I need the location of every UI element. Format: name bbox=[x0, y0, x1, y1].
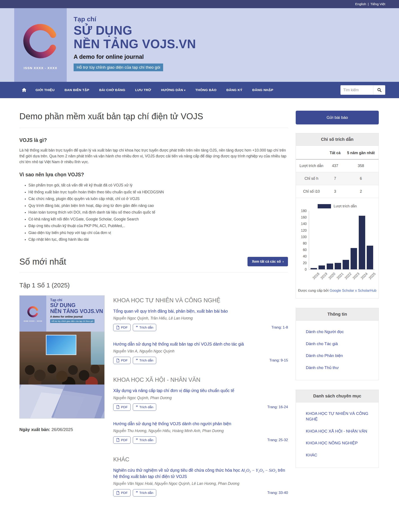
chart-bar bbox=[351, 248, 357, 269]
article-title-link[interactable]: Hướng dẫn sử dụng hệ thống xuất bản tạp … bbox=[113, 341, 288, 347]
legend-label: Lượt trích dẫn bbox=[334, 204, 357, 209]
cite-button[interactable]: ” Trích dẫn bbox=[133, 324, 156, 331]
quote-icon: ” bbox=[136, 406, 138, 408]
cover-photo-window bbox=[91, 332, 104, 365]
cite-label: Trích dẫn bbox=[139, 405, 153, 409]
journal-title-line1: SỬ DỤNG bbox=[74, 24, 196, 37]
lang-vietnamese-link[interactable]: Tiếng Việt bbox=[370, 2, 385, 6]
home-icon bbox=[22, 87, 27, 93]
pdf-label: PDF bbox=[121, 491, 128, 495]
pdf-button[interactable]: PDF bbox=[113, 357, 131, 364]
issn-label: ISSN XXXX - XXXX bbox=[24, 66, 57, 70]
latest-issue-heading: Số mới nhất bbox=[19, 257, 66, 266]
pdf-button[interactable]: PDF bbox=[113, 404, 131, 411]
sidebar-link-authors[interactable]: Dành cho Tác giả bbox=[296, 338, 379, 350]
chart-source-caption: Được cung cấp bởi Google Scholar x Schol… bbox=[296, 286, 379, 298]
quote-icon: ” bbox=[136, 439, 138, 441]
chevron-down-icon: ▾ bbox=[184, 89, 185, 92]
category-link-social-science[interactable]: KHOA HỌC XÃ HỘI - NHÂN VĂN bbox=[296, 425, 379, 437]
published-date-label: Ngày xuất bản: bbox=[19, 427, 50, 432]
categories-panel: Danh sách chuyên mục KHOA HỌC TỰ NHIÊN V… bbox=[296, 390, 379, 468]
pdf-button[interactable]: PDF bbox=[113, 489, 131, 496]
article-item: Nghiên cứu thử nghiệm về sử dụng tiêu đề… bbox=[113, 467, 288, 497]
nav-item-gioi-thieu[interactable]: GIỚI THIỆU bbox=[31, 86, 60, 94]
submit-article-button[interactable]: Gửi bài báo bbox=[296, 111, 379, 124]
cover-photo bbox=[19, 332, 104, 385]
chart-bar bbox=[327, 264, 333, 269]
chart-bar bbox=[367, 246, 373, 269]
nav-item-huong-dan[interactable]: HƯỚNG DẪN▾ bbox=[156, 86, 190, 94]
search-input[interactable] bbox=[340, 85, 373, 95]
journal-subtitle: A demo for online journal bbox=[74, 54, 196, 60]
col-header-all: Tất cả bbox=[327, 146, 343, 159]
list-item: Đáp ứng tiêu chuẩn kỹ thuật của PKP PN, … bbox=[28, 223, 288, 229]
table-row: Lượt trích dẫn 437 358 bbox=[296, 159, 379, 172]
chart-x-tick: 2025 bbox=[368, 272, 376, 280]
article-title-prefix: Nghiên cứu thử nghiệm về sử dụng tiêu đề… bbox=[113, 468, 241, 473]
table-row: Chỉ số i10 3 2 bbox=[296, 185, 379, 198]
lang-english-link[interactable]: English bbox=[355, 2, 366, 6]
chart-y-axis: 180160140120100806040200 bbox=[300, 211, 309, 270]
article-item: Hướng dẫn sử dụng hệ thống xuất bản tạp … bbox=[113, 341, 288, 364]
list-item: Cập nhật liên tục, đồng hành lâu dài bbox=[28, 236, 288, 243]
sidebar-link-readers[interactable]: Dành cho Người đọc bbox=[296, 326, 379, 338]
nav-item-dang-nhap[interactable]: ĐĂNG NHẬP bbox=[247, 86, 278, 94]
sidebar-link-librarians[interactable]: Dành cho Thủ thư bbox=[296, 362, 379, 374]
cover-issn: ISSN XXXX - XXXX bbox=[24, 320, 42, 322]
pdf-file-icon bbox=[116, 326, 119, 329]
list-item: Giao diện tùy biến phù hợp với tạp chí c… bbox=[28, 229, 288, 236]
nav-item-ban-bien-tap[interactable]: BAN BIÊN TẬP bbox=[60, 86, 94, 94]
list-item: Các chức năng, plugin độc quyền và luôn … bbox=[28, 196, 288, 202]
issue-cover[interactable]: ISSN XXXX - XXXX Tạp chí SỬ DỤNG NỀN TẢN… bbox=[19, 295, 105, 418]
search-button[interactable] bbox=[373, 85, 385, 95]
sidebar-link-reviewers[interactable]: Dành cho Phản biện bbox=[296, 350, 379, 362]
page-range: Trang:1-8 bbox=[271, 325, 288, 330]
nav-item-thong-bao[interactable]: THÔNG BÁO bbox=[190, 86, 221, 94]
published-date-row: Ngày xuất bản: 26/06/2025 bbox=[19, 427, 105, 432]
article-authors: Nguyễn Văn Ngọc Hoài, Nguyễn Ngọc Quỳnh,… bbox=[113, 481, 288, 486]
article-authors: Nguyễn Văn A, Nguyễn Ngọc Quỳnh bbox=[113, 349, 288, 354]
cite-label: Trích dẫn bbox=[139, 438, 153, 442]
cite-button[interactable]: ” Trích dẫn bbox=[133, 357, 156, 364]
nav-item-huong-dan-label: HƯỚNG DẪN bbox=[161, 88, 183, 92]
quote-icon: ” bbox=[136, 359, 138, 361]
article-item: Tổng quan về quy trình đăng bài, phản bi… bbox=[113, 308, 288, 331]
scholar-source-link[interactable]: Google Scholar x ScholarHub bbox=[330, 289, 376, 292]
cover-kicker: Tạp chí bbox=[50, 298, 103, 302]
journal-logo-panel: ISSN XXXX - XXXX bbox=[14, 8, 67, 82]
article-title-link[interactable]: Tổng quan về quy trình đăng bài, phản bi… bbox=[113, 308, 288, 314]
nav-item-luu-tru[interactable]: LƯU TRỮ bbox=[130, 86, 156, 94]
pdf-file-icon bbox=[116, 405, 119, 409]
article-title-link[interactable]: Hướng dẫn sử dụng hệ thống VOJS dành cho… bbox=[113, 421, 288, 427]
nav-item-dang-ky[interactable]: ĐĂNG KÝ bbox=[221, 86, 247, 94]
cite-button[interactable]: ” Trích dẫn bbox=[133, 489, 156, 496]
cite-button[interactable]: ” Trích dẫn bbox=[133, 404, 156, 411]
info-panel: Thông tin Dành cho Người đọc Dành cho Tá… bbox=[296, 308, 379, 380]
quote-icon: ” bbox=[136, 492, 138, 494]
lang-separator: | bbox=[368, 2, 369, 6]
what-text: Là hệ thống xuất bản trực tuyến để quản … bbox=[19, 147, 288, 165]
article-authors: Nguyễn Ngọc Quỳnh, Trần Hiếu, Lê Lan Hươ… bbox=[113, 316, 288, 321]
view-all-issues-button[interactable]: Xem tất cả các số › bbox=[248, 257, 288, 266]
citations-bar-chart: Lượt trích dẫn 180160140120100806040200 … bbox=[296, 198, 379, 286]
article-title-link[interactable]: Nghiên cứu thử nghiệm về sử dụng tiêu đề… bbox=[113, 467, 288, 480]
article-item: Hướng dẫn sử dụng hệ thống VOJS dành cho… bbox=[113, 421, 288, 444]
category-link-natural-science[interactable]: KHOA HỌC TỰ NHIÊN VÀ CÔNG NGHỆ bbox=[296, 408, 379, 425]
category-link-other[interactable]: KHÁC bbox=[296, 449, 379, 461]
categories-panel-title: Danh sách chuyên mục bbox=[296, 390, 379, 402]
article-title-link[interactable]: Xây dựng và nâng cấp tạp chí đơn vị đáp … bbox=[113, 387, 288, 393]
cover-logo-panel: ISSN XXXX - XXXX bbox=[19, 296, 46, 332]
pdf-label: PDF bbox=[121, 358, 128, 362]
cover-title-block: Tạp chí SỬ DỤNG NỀN TẢNG VOJS.VN A demo … bbox=[46, 296, 103, 332]
cite-button[interactable]: ” Trích dẫn bbox=[133, 437, 156, 444]
nav-item-bai-cho-dang[interactable]: BÀI CHỜ ĐĂNG bbox=[94, 86, 130, 94]
pdf-button[interactable]: PDF bbox=[113, 437, 131, 444]
cover-badge: Hỗ trợ tùy chỉnh giao diện của tạp chí t… bbox=[50, 319, 94, 323]
nav-home[interactable] bbox=[22, 85, 31, 95]
journal-logo-icon bbox=[20, 20, 61, 62]
cover-title-line1: SỬ DỤNG bbox=[50, 302, 103, 308]
pdf-button[interactable]: PDF bbox=[113, 324, 131, 331]
legend-swatch bbox=[318, 204, 331, 209]
category-link-agriculture[interactable]: KHOA HỌC NÔNG NGHIỆP bbox=[296, 437, 379, 449]
cite-label: Trích dẫn bbox=[139, 491, 153, 495]
